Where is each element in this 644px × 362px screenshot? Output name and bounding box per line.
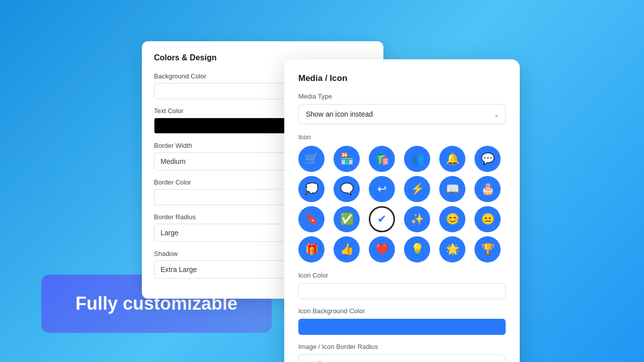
icon-book[interactable]: 📖 (439, 176, 465, 202)
media-type-select[interactable]: Show an icon instead Upload image Use UR… (298, 104, 506, 124)
icon-bell[interactable]: 🔔 (439, 146, 465, 172)
icon-neutral[interactable]: 😐 (474, 206, 501, 232)
icon-trophy[interactable]: 🏆 (474, 236, 501, 262)
icon-sparkles[interactable]: ✨ (404, 206, 430, 232)
icon-check-circle[interactable]: ✅ (334, 206, 360, 232)
media-type-label: Media Type (298, 93, 506, 100)
media-panel-title: Media / Icon (298, 73, 506, 83)
icon-chat[interactable]: 💬 (474, 146, 501, 172)
icon-section-label: Icon (298, 133, 506, 141)
icon-users[interactable]: 👥 (404, 146, 430, 172)
icon-lightning[interactable]: ⚡ (404, 176, 430, 202)
media-type-select-wrap: Show an icon instead Upload image Use UR… (298, 104, 506, 124)
icon-stars[interactable]: 🌟 (439, 236, 465, 262)
icon-bg-color-swatch[interactable] (298, 319, 506, 335)
icon-smile[interactable]: 😊 (439, 206, 465, 232)
icon-gift[interactable]: 🎁 (298, 236, 325, 262)
icon-store[interactable]: 🏪 (334, 146, 360, 172)
image-border-radius-label: Image / Icon Border Radius (298, 343, 506, 350)
icons-grid: 🛒 🏪 🛍️ 👥 🔔 💬 💭 🗨️ ↩ ⚡ 📖 🎂 🔖 ✅ ✔ ✨ 😊 😐 🎁 … (298, 146, 506, 262)
icon-back[interactable]: ↩ (369, 176, 395, 202)
icon-color-label: Icon Color (298, 272, 506, 279)
icon-shopping-bag[interactable]: 🛍️ (369, 146, 395, 172)
icon-color-swatch[interactable] (298, 283, 506, 299)
image-border-radius-select-wrap: Small Medium Large Extra Large ⌄ (298, 354, 506, 362)
icon-thumbs-up[interactable]: 👍 (334, 236, 360, 262)
icon-bg-color-label: Icon Background Color (298, 307, 506, 315)
media-icon-panel: Media / Icon Media Type Show an icon ins… (284, 59, 520, 362)
icon-check-selected[interactable]: ✔ (369, 206, 395, 232)
icon-lightbulb[interactable]: 💡 (404, 236, 430, 262)
icon-cart[interactable]: 🛒 (298, 146, 325, 172)
icon-heart[interactable]: ❤️ (369, 236, 395, 262)
icon-bookmark[interactable]: 🔖 (298, 206, 325, 232)
icon-cake[interactable]: 🎂 (474, 176, 501, 202)
image-border-radius-select[interactable]: Small Medium Large Extra Large (298, 354, 506, 362)
icon-speech-bubble[interactable]: 💭 (298, 176, 325, 202)
icon-message[interactable]: 🗨️ (334, 176, 360, 202)
